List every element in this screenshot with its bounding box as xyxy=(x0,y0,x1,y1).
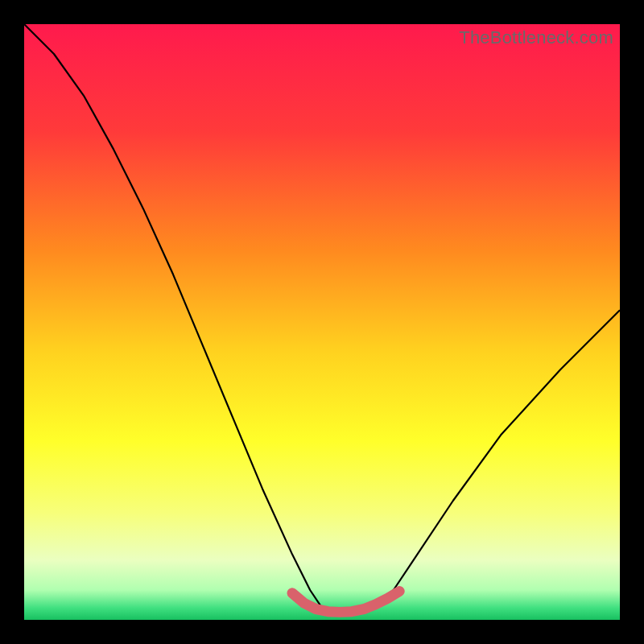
chart-frame: TheBottleneck.com xyxy=(0,0,644,644)
watermark-text: TheBottleneck.com xyxy=(459,27,613,48)
bottleneck-chart xyxy=(24,24,620,620)
gradient-background xyxy=(24,24,620,620)
plot-area: TheBottleneck.com xyxy=(24,24,620,620)
